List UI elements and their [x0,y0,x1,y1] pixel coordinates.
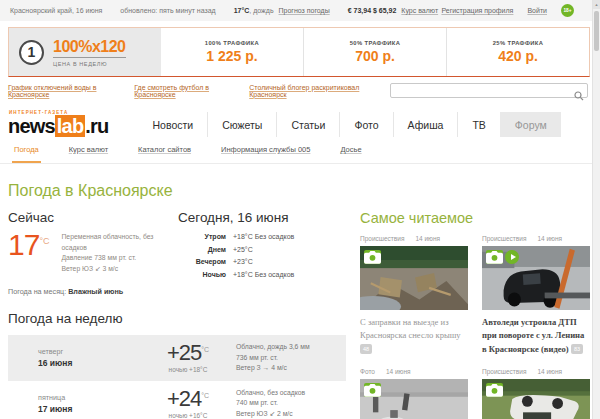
age-18-badge: 18+ [561,4,574,17]
hotlink-water[interactable]: График отключений воды в Красноярске [8,84,117,98]
weather-column: Сейчас 17°C Переменная облачность, без о… [8,210,346,419]
scrollbar-thumb[interactable] [594,11,599,51]
logo-tagline: ИНТЕРНЕТ-ГАЗЕТА [9,110,68,115]
article-title[interactable]: С заправки на выезде из Красноярска снес… [360,316,468,356]
updated-label: обновлено: пять минут назад [120,7,215,14]
camera-icon [364,383,381,397]
subnav-item-dossier[interactable]: Досье [338,145,363,163]
month-forecast-line: Погода на месяц: Влажный июнь [8,287,178,296]
nav-item-articles[interactable]: Статьи [276,112,339,138]
now-heading: Сейчас [8,210,178,225]
today-heading: Сегодня, 16 июня [178,210,346,225]
top-info-bar: Красноярский край, 16 июня обновлено: пя… [0,0,600,21]
scrollbar[interactable]: ▲ [592,0,600,419]
article-category[interactable]: Происшествия [360,235,404,242]
nav-item-forum[interactable]: Форум [500,112,561,138]
camera-icon [486,250,503,264]
ad-offer-50[interactable]: 50% ТРАФФИКА 700 р. [303,28,446,76]
subnav-item-weather[interactable]: Погода [12,145,41,163]
article-photo[interactable] [482,379,590,419]
now-conditions: Переменная облачность, без осадков [61,232,161,253]
subnav-item-005[interactable]: Информация службы 005 [219,145,312,163]
offer-label: 100% ТРАФФИКА [205,40,259,46]
article-date: 14 июня [537,235,562,242]
month-forecast-link[interactable]: Влажный июнь [68,287,123,296]
ad-caption: ЦЕНА В НЕДЕЛЮ [53,61,126,67]
article-date: 14 июня [537,368,562,375]
today-row-morning: Утром+18°C Без осадков [178,231,346,244]
now-wind: Ветер ЮЗ ↙ 3 м/с [61,264,161,275]
sub-navigation: Погода Курс валют Каталог сайтов Информа… [0,137,600,164]
camera-icon [486,383,503,397]
ad-size-label: 100%x120 [53,38,126,58]
currency-link[interactable]: Курс валют [401,7,438,14]
search-icon[interactable] [574,87,584,105]
offer-label: 25% ТРАФФИКА [493,40,544,46]
region-date-label: Красноярский край, 16 июня [10,7,102,14]
search-input[interactable] [391,84,587,97]
ad-offer-100[interactable]: 100% ТРАФФИКА 1 225 р. [161,28,303,76]
now-details: Переменная облачность, без осадков Давле… [61,232,161,274]
subnav-item-currency[interactable]: Курс валют [67,145,110,163]
newslab-logo[interactable]: ИНТЕРНЕТ-ГАЗЕТА newslab.ru [8,109,109,137]
week-heading: Погода на неделю [8,311,346,326]
current-temperature: 17°C [8,230,49,274]
ad-banner-left: 1 100%x120 ЦЕНА В НЕДЕЛЮ [9,28,161,76]
week-forecast-section: Погода на неделю четверг 16 июня +25°C н… [8,311,346,419]
article-photo[interactable] [360,246,468,310]
ad-banner[interactable]: 1 100%x120 ЦЕНА В НЕДЕЛЮ 100% ТРАФФИКА 1… [8,27,590,77]
hotlinks-row: График отключений воды в Красноярске Где… [0,77,600,101]
newslab-weather-page: Красноярский край, 16 июня обновлено: пя… [0,0,600,419]
comments-count-badge: 83 [571,344,583,355]
today-row-night: Ночью+18°C Без осадков [178,269,346,282]
subnav-item-catalog[interactable]: Каталог сайтов [136,145,193,163]
article-card-roof[interactable]: Происшествия 14 июня [360,235,468,356]
play-video-icon [505,250,519,264]
most-read-heading: Самое читаемое [360,210,590,226]
comments-count-badge: 48 [360,344,372,355]
masthead: ИНТЕРНЕТ-ГАЗЕТА newslab.ru Новости Сюжет… [0,101,600,137]
ad-offer-25[interactable]: 25% ТРАФФИКА 420 р. [446,28,589,76]
offer-price: 420 р. [498,48,538,64]
forecast-link[interactable]: Прогноз погоды [279,7,330,14]
nav-item-photo[interactable]: Фото [339,112,392,138]
offer-price: 1 225 р. [206,48,257,64]
current-weather-label: , дождь [249,7,273,14]
article-category[interactable]: Происшествия [482,368,526,375]
article-card-photo-field[interactable]: Фото 14 июня [360,368,468,419]
week-row-thursday: четверг 16 июня +25°C ночью +18°C Облачн… [8,335,346,381]
scrollbar-up-arrow[interactable]: ▲ [593,0,600,9]
article-date: 14 июня [386,368,411,375]
article-photo[interactable] [482,246,590,310]
month-forecast-label: Погода на месяц: [8,287,66,296]
now-section: Сейчас 17°C Переменная облачность, без о… [8,210,178,296]
hotlink-blogger[interactable]: Столичный блогер раскритиковал Красноярс… [249,84,373,98]
most-read-column: Самое читаемое Происшествия 14 июня [360,210,590,419]
article-date: 14 июня [415,235,440,242]
article-card-overturned-car[interactable]: Происшествия 14 июня [482,368,590,419]
article-title[interactable]: Автоледи устроила ДТП при повороте с ул.… [482,316,590,356]
nav-item-afisha[interactable]: Афиша [393,112,458,138]
article-category[interactable]: Происшествия [482,235,526,242]
search-box [390,83,588,98]
login-link[interactable]: Войти [527,7,547,14]
nav-item-news[interactable]: Новости [139,112,208,138]
ad-position-number: 1 [19,40,44,65]
article-card-dtp[interactable]: Происшествия 14 июня [482,235,590,356]
today-section: Сегодня, 16 июня Утром+18°C Без осадков … [178,210,346,296]
today-row-evening: Вечером+23°C [178,256,346,269]
week-row-friday: пятница 17 июня +24°C ночью +16°C Облачн… [8,381,346,419]
register-link[interactable]: Регистрация профиля [441,7,513,14]
article-photo[interactable] [360,379,468,419]
main-navigation: Новости Сюжеты Статьи Фото Афиша ТВ Фору… [139,112,561,138]
currency-rates-label: € 73,94 $ 65,92 [348,7,397,14]
article-category[interactable]: Фото [360,368,375,375]
hotlink-football[interactable]: Где смотреть футбол в Красноярске [134,84,232,98]
today-row-day: Днем+25°C [178,244,346,257]
offer-label: 50% ТРАФФИКА [350,40,401,46]
nav-item-stories[interactable]: Сюжеты [207,112,276,138]
nav-item-tv[interactable]: ТВ [457,112,499,138]
current-temp-label: 17°C [234,7,250,14]
now-pressure: Давление 738 мм рт. ст. [61,253,161,264]
camera-icon [364,250,381,264]
